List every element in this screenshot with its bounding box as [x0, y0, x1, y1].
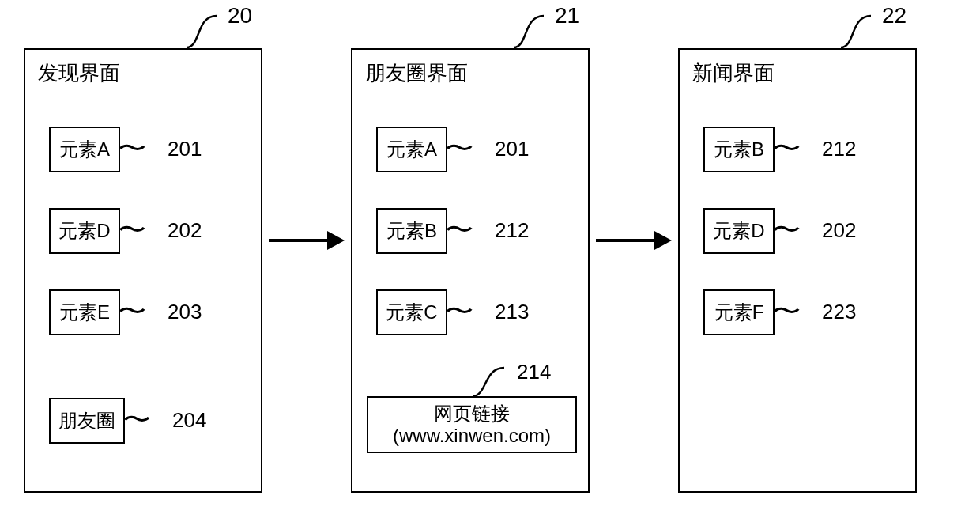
element-box-a: 元素A	[376, 127, 447, 172]
panel-discover: 发现界面 元素A 〜 201 元素D 〜 202 元素E 〜 203 朋友圈 〜…	[24, 48, 262, 493]
ref-label: 202	[822, 218, 856, 243]
panel-ref-label: 22	[882, 3, 906, 28]
ref-label: 213	[495, 300, 529, 324]
ref-label: 223	[822, 300, 856, 324]
ref-label: 212	[495, 218, 529, 243]
web-link-url: (www.xinwen.com)	[393, 425, 551, 447]
element-box-moments: 朋友圈	[49, 398, 125, 444]
callout-curl-icon: 〜	[772, 221, 817, 240]
ref-label: 212	[822, 137, 856, 161]
panel-moments: 朋友圈界面 元素A 〜 201 元素B 〜 212 元素C 〜 213 网页链接…	[351, 48, 590, 493]
callout-curl-icon: 〜	[445, 302, 490, 321]
ref-label: 204	[172, 408, 206, 433]
web-link-title: 网页链接	[434, 403, 510, 425]
element-box-a: 元素A	[49, 127, 120, 172]
element-box-d: 元素D	[703, 208, 775, 254]
panel-title: 新闻界面	[692, 59, 775, 87]
callout-curl-icon: 〜	[118, 221, 163, 240]
web-link-box: 网页链接 (www.xinwen.com)	[367, 396, 577, 453]
element-box-c: 元素C	[376, 289, 447, 335]
panel-news: 新闻界面 元素B 〜 212 元素D 〜 202 元素F 〜 223	[678, 48, 917, 493]
ref-label: 202	[168, 218, 202, 243]
element-box-e: 元素E	[49, 289, 120, 335]
panel-title: 朋友圈界面	[365, 59, 468, 87]
panel-ref-label: 21	[555, 3, 579, 28]
ref-label: 201	[168, 137, 202, 161]
element-box-d: 元素D	[49, 208, 120, 254]
callout-curl-icon: 〜	[118, 139, 163, 158]
ref-label: 214	[517, 360, 551, 384]
panel-ref-label: 20	[228, 3, 252, 28]
element-box-b: 元素B	[703, 127, 775, 172]
callout-curl-icon: 〜	[772, 139, 817, 158]
element-box-f: 元素F	[703, 289, 775, 335]
callout-curl-icon: 〜	[122, 410, 168, 429]
diagram-canvas: 发现界面 元素A 〜 201 元素D 〜 202 元素E 〜 203 朋友圈 〜…	[0, 0, 980, 522]
ref-label: 201	[495, 137, 529, 161]
arrow-icon	[596, 231, 672, 250]
panel-title: 发现界面	[38, 59, 120, 87]
callout-curl-icon: 〜	[445, 139, 490, 158]
arrow-icon	[269, 231, 345, 250]
element-box-b: 元素B	[376, 208, 447, 254]
callout-curl-icon: 〜	[445, 221, 490, 240]
callout-curl-icon: 〜	[118, 302, 163, 321]
callout-curl-icon: 〜	[772, 302, 817, 321]
ref-label: 203	[168, 300, 202, 324]
